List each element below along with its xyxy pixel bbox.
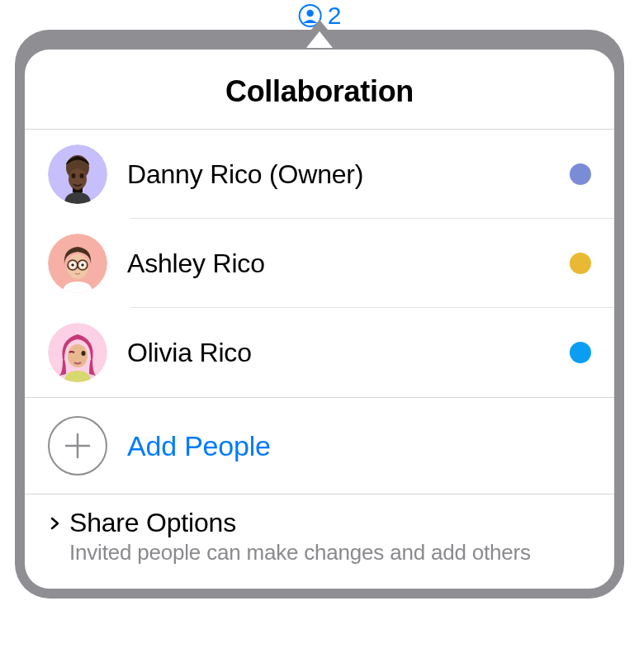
participant-name: Ashley Rico bbox=[127, 248, 550, 279]
participant-list: Danny Rico (Owner) bbox=[25, 130, 614, 397]
participant-name: Danny Rico (Owner) bbox=[127, 159, 550, 190]
share-options-subtitle: Invited people can make changes and add … bbox=[69, 540, 591, 566]
svg-point-5 bbox=[72, 173, 76, 178]
avatar bbox=[48, 323, 107, 382]
status-dot bbox=[570, 342, 591, 363]
participant-row[interactable]: Olivia Rico bbox=[25, 308, 614, 397]
svg-point-6 bbox=[80, 173, 84, 178]
popover-arrow-inner bbox=[306, 31, 333, 48]
plus-circle-icon bbox=[48, 416, 107, 476]
participant-row[interactable]: Ashley Rico bbox=[25, 219, 614, 308]
svg-point-4 bbox=[69, 168, 87, 190]
add-people-button[interactable]: Add People bbox=[25, 398, 614, 494]
share-options-title: Share Options bbox=[69, 508, 236, 538]
share-options-button[interactable]: Share Options Invited people can make ch… bbox=[25, 495, 614, 589]
status-dot bbox=[570, 253, 591, 274]
participant-row[interactable]: Danny Rico (Owner) bbox=[25, 130, 614, 219]
participant-name: Olivia Rico bbox=[127, 338, 550, 368]
svg-point-12 bbox=[81, 263, 84, 267]
chevron-right-icon bbox=[48, 517, 61, 530]
svg-point-1 bbox=[306, 10, 313, 17]
svg-point-11 bbox=[71, 263, 74, 267]
collaboration-popover: Collaboration Da bbox=[15, 30, 624, 599]
status-dot bbox=[570, 163, 591, 185]
avatar bbox=[48, 234, 107, 293]
svg-point-18 bbox=[82, 351, 86, 356]
add-people-label: Add People bbox=[127, 430, 271, 462]
popover-content: Collaboration Da bbox=[25, 50, 614, 589]
popover-title: Collaboration bbox=[25, 50, 614, 129]
avatar bbox=[48, 144, 107, 204]
